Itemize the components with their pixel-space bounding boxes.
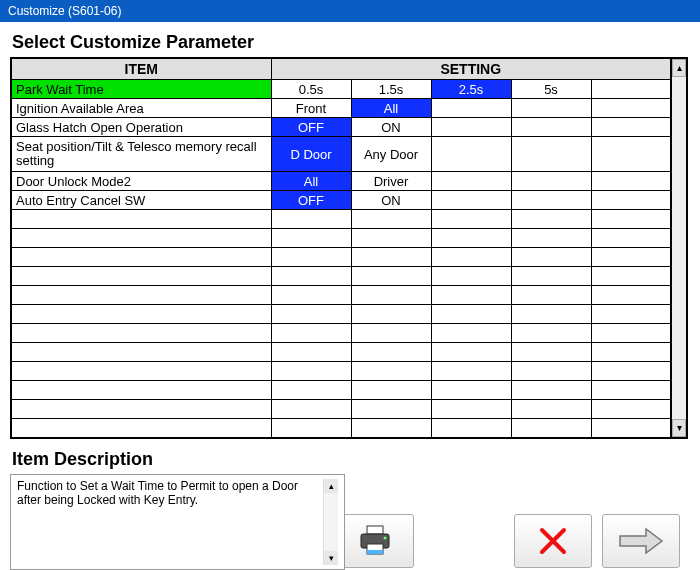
table-row <box>11 343 671 362</box>
setting-cell <box>591 210 671 229</box>
setting-cell <box>511 381 591 400</box>
setting-cell <box>351 305 431 324</box>
item-cell <box>11 229 271 248</box>
grid-section-title: Select Customize Parameter <box>12 32 690 53</box>
setting-cell <box>431 99 511 118</box>
setting-cell <box>351 286 431 305</box>
scroll-down-icon[interactable]: ▾ <box>672 419 686 437</box>
setting-cell <box>511 400 591 419</box>
item-cell[interactable]: Ignition Available Area <box>11 99 271 118</box>
table-scrollbar[interactable]: ▴ ▾ <box>672 57 688 439</box>
description-scrollbar[interactable]: ▴ ▾ <box>323 479 338 565</box>
setting-cell <box>591 362 671 381</box>
setting-cell <box>431 210 511 229</box>
next-button[interactable] <box>602 514 680 568</box>
setting-cell <box>431 172 511 191</box>
description-text: Function to Set a Wait Time to Permit to… <box>17 479 323 565</box>
setting-cell[interactable]: D Door <box>271 137 351 172</box>
setting-cell <box>431 305 511 324</box>
item-cell <box>11 267 271 286</box>
setting-cell[interactable]: 0.5s <box>271 80 351 99</box>
item-cell[interactable]: Glass Hatch Open Operation <box>11 118 271 137</box>
setting-cell[interactable]: 2.5s <box>431 80 511 99</box>
setting-cell <box>431 248 511 267</box>
item-cell[interactable]: Door Unlock Mode2 <box>11 172 271 191</box>
table-row: Door Unlock Mode2AllDriver <box>11 172 671 191</box>
setting-cell <box>351 400 431 419</box>
parameter-table: ITEMSETTINGPark Wait Time0.5s1.5s2.5s5sI… <box>10 57 672 439</box>
setting-cell <box>591 305 671 324</box>
svg-point-4 <box>384 537 387 540</box>
item-cell <box>11 362 271 381</box>
arrow-right-icon <box>616 526 666 556</box>
setting-cell[interactable]: Driver <box>351 172 431 191</box>
table-row <box>11 381 671 400</box>
setting-cell <box>351 229 431 248</box>
item-cell <box>11 324 271 343</box>
table-row: Auto Entry Cancel SWOFFON <box>11 191 671 210</box>
description-box: Function to Set a Wait Time to Permit to… <box>10 474 345 570</box>
setting-cell[interactable]: OFF <box>271 118 351 137</box>
setting-cell <box>431 362 511 381</box>
setting-cell <box>591 99 671 118</box>
setting-cell[interactable]: 1.5s <box>351 80 431 99</box>
setting-cell <box>511 191 591 210</box>
item-cell[interactable]: Seat position/Tilt & Telesco memory reca… <box>11 137 271 172</box>
setting-cell <box>591 419 671 439</box>
svg-rect-3 <box>367 550 383 554</box>
setting-cell <box>511 324 591 343</box>
setting-cell <box>511 118 591 137</box>
item-cell <box>11 400 271 419</box>
setting-cell <box>591 267 671 286</box>
setting-cell[interactable]: Any Door <box>351 137 431 172</box>
desc-scroll-up-icon[interactable]: ▴ <box>324 479 338 493</box>
table-row <box>11 248 671 267</box>
item-cell <box>11 305 271 324</box>
cancel-button[interactable] <box>514 514 592 568</box>
setting-cell <box>431 267 511 286</box>
setting-cell <box>351 381 431 400</box>
item-cell <box>11 286 271 305</box>
setting-cell <box>591 324 671 343</box>
setting-cell <box>351 248 431 267</box>
setting-cell <box>591 248 671 267</box>
setting-cell <box>591 118 671 137</box>
setting-cell[interactable]: Front <box>271 99 351 118</box>
table-row <box>11 210 671 229</box>
setting-cell[interactable]: ON <box>351 118 431 137</box>
setting-cell <box>591 400 671 419</box>
desc-scroll-down-icon[interactable]: ▾ <box>324 551 338 565</box>
setting-cell[interactable]: ON <box>351 191 431 210</box>
svg-rect-0 <box>367 526 383 534</box>
setting-cell <box>431 381 511 400</box>
item-cell[interactable]: Auto Entry Cancel SW <box>11 191 271 210</box>
item-cell <box>11 343 271 362</box>
window-titlebar: Customize (S601-06) <box>0 0 700 22</box>
setting-cell[interactable]: All <box>271 172 351 191</box>
setting-cell <box>431 286 511 305</box>
scroll-up-icon[interactable]: ▴ <box>672 59 686 77</box>
setting-cell <box>351 267 431 286</box>
setting-cell <box>271 210 351 229</box>
setting-cell[interactable]: OFF <box>271 191 351 210</box>
setting-cell[interactable]: 5s <box>511 80 591 99</box>
setting-cell <box>511 305 591 324</box>
setting-cell <box>271 267 351 286</box>
setting-cell <box>431 118 511 137</box>
window-title: Customize (S601-06) <box>8 4 121 18</box>
setting-cell <box>351 419 431 439</box>
svg-marker-7 <box>620 529 662 553</box>
setting-cell <box>591 381 671 400</box>
item-cell[interactable]: Park Wait Time <box>11 80 271 99</box>
table-row <box>11 229 671 248</box>
setting-cell <box>431 191 511 210</box>
close-icon <box>536 524 570 558</box>
setting-cell <box>591 286 671 305</box>
setting-cell <box>511 137 591 172</box>
setting-cell[interactable]: All <box>351 99 431 118</box>
table-row <box>11 362 671 381</box>
printer-icon <box>356 524 394 558</box>
setting-cell <box>351 324 431 343</box>
setting-cell <box>591 137 671 172</box>
print-button[interactable] <box>336 514 414 568</box>
